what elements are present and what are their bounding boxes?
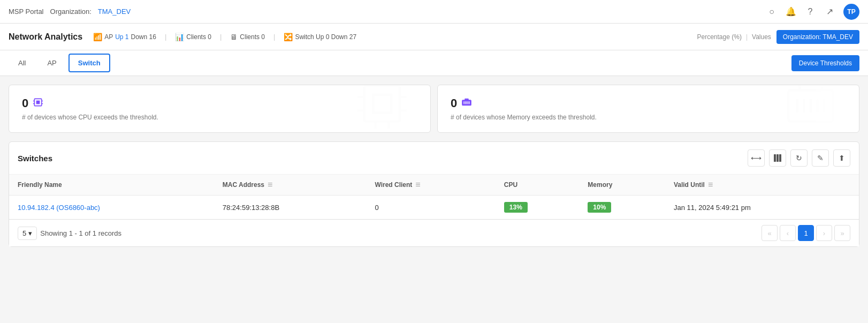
- svg-rect-11: [36, 100, 40, 104]
- values-label[interactable]: Values: [752, 33, 771, 41]
- svg-rect-22: [800, 85, 822, 91]
- data-table: Friendly Name MAC Address ≡ Wired Client…: [9, 175, 859, 219]
- tab-all[interactable]: All: [9, 54, 35, 72]
- memory-label: # of devices whose Memory exceeds the th…: [451, 114, 846, 121]
- portal-label: MSP Portal: [9, 7, 44, 16]
- friendly-name-link[interactable]: 10.94.182.4 (OS6860-abc): [18, 204, 100, 212]
- memory-stat-card: 0 # of devices whose Memory exceeds the …: [437, 85, 859, 133]
- switches-table-section: Switches ⟷ ↻ ✎ ⬆: [9, 141, 859, 247]
- cpu-stat-card: 0 # of devices whose CPU exceeds the thr…: [9, 85, 431, 133]
- prev-page-button[interactable]: ‹: [780, 225, 796, 241]
- mac-col-menu[interactable]: ≡: [268, 180, 272, 190]
- org-prefix: Organization:: [50, 7, 92, 16]
- sep3: |: [273, 33, 275, 41]
- cell-wired-client: 0: [366, 196, 495, 220]
- pagination-bar: 5 ▾ Showing 1 - 1 of 1 records « ‹ 1 › »: [9, 219, 859, 246]
- switch-icon: 🔀: [284, 33, 293, 41]
- ap-down: Down 16: [131, 33, 156, 41]
- svg-rect-29: [465, 99, 469, 100]
- ap-label: AP: [104, 33, 113, 41]
- col-wired-client: Wired Client ≡: [366, 175, 495, 196]
- svg-rect-30: [774, 154, 776, 162]
- records-info: Showing 1 - 1 of 1 records: [40, 229, 121, 237]
- table-title: Switches: [18, 154, 52, 163]
- page-title: Network Analytics: [9, 32, 82, 42]
- table-header-row: Friendly Name MAC Address ≡ Wired Client…: [9, 175, 859, 196]
- cpu-icon: [33, 97, 43, 110]
- tabs-bar: All AP Switch Device Thresholds: [0, 50, 868, 76]
- last-page-button[interactable]: »: [834, 225, 850, 241]
- col-valid-until: Valid Until ≡: [665, 175, 859, 196]
- clients-label-2: Clients 0: [240, 33, 265, 41]
- stats-cards: 0 # of devices whose CPU exceeds the thr…: [9, 85, 859, 133]
- ap-up[interactable]: Up 1: [115, 33, 128, 41]
- cell-friendly-name: 10.94.182.4 (OS6860-abc): [9, 196, 214, 220]
- sep2: |: [220, 33, 222, 41]
- cell-cpu: 13%: [496, 196, 580, 220]
- col-cpu: CPU: [496, 175, 580, 196]
- valid-col-menu[interactable]: ≡: [708, 180, 713, 190]
- clients-label-1: Clients 0: [186, 33, 211, 41]
- top-navigation: MSP Portal Organization: TMA_DEV ○ 🔔 ? ↗…: [0, 0, 868, 24]
- top-nav-left: MSP Portal Organization: TMA_DEV: [9, 7, 131, 16]
- memory-value-row: 0: [451, 96, 846, 110]
- columns-button[interactable]: [769, 149, 786, 167]
- col-memory: Memory: [579, 175, 665, 196]
- top-nav-right: ○ 🔔 ? ↗ TP: [766, 4, 859, 20]
- tab-switch[interactable]: Switch: [68, 54, 110, 72]
- help-icon[interactable]: ?: [805, 6, 816, 17]
- page-size-select: 5 ▾ Showing 1 - 1 of 1 records: [18, 227, 121, 240]
- pagination-controls: « ‹ 1 › »: [762, 225, 850, 241]
- next-page-button[interactable]: ›: [816, 225, 832, 241]
- device-thresholds-button[interactable]: Device Thresholds: [791, 55, 859, 71]
- search-icon[interactable]: ○: [766, 6, 777, 17]
- view-toggle: Percentage (%) | Values: [697, 33, 771, 41]
- org-button[interactable]: Organization: TMA_DEV: [776, 30, 859, 44]
- cpu-count: 0: [22, 96, 28, 110]
- cell-mac-address: 78:24:59:13:28:8B: [214, 196, 367, 220]
- svg-rect-32: [779, 154, 781, 162]
- first-page-button[interactable]: «: [762, 225, 778, 241]
- page-1-button[interactable]: 1: [798, 225, 814, 241]
- sub-header: Network Analytics 📶 AP Up 1 Down 16 | 📊 …: [0, 24, 868, 50]
- sub-header-right: Percentage (%) | Values Organization: TM…: [697, 30, 859, 44]
- edit-button[interactable]: ✎: [812, 149, 829, 167]
- dropdown-chevron: ▾: [28, 229, 32, 237]
- percentage-label[interactable]: Percentage (%): [697, 33, 742, 41]
- table-actions: ⟷ ↻ ✎ ⬆: [748, 149, 850, 167]
- cell-valid-until: Jan 11, 2024 5:49:21 pm: [665, 196, 859, 220]
- memory-badge: 10%: [588, 202, 611, 213]
- bell-icon[interactable]: 🔔: [786, 6, 796, 17]
- ap-stat: 📶 AP Up 1 Down 16: [93, 33, 156, 41]
- table-row: 10.94.182.4 (OS6860-abc) 78:24:59:13:28:…: [9, 196, 859, 220]
- export-button[interactable]: ⬆: [833, 149, 850, 167]
- tab-ap[interactable]: AP: [37, 54, 66, 72]
- memory-count: 0: [451, 96, 457, 110]
- col-friendly-name: Friendly Name: [9, 175, 214, 196]
- main-content: 0 # of devices whose CPU exceeds the thr…: [0, 76, 868, 256]
- switch-up-down: Switch Up 0 Down 27: [295, 33, 356, 41]
- clients-stat-1: 📊 Clients 0: [175, 33, 211, 41]
- clients-stat-2: 🖥 Clients 0: [230, 33, 265, 41]
- tabs-left: All AP Switch: [9, 54, 110, 72]
- top-nav-org-name[interactable]: TMA_DEV: [98, 7, 131, 16]
- expand-columns-button[interactable]: ⟷: [748, 149, 765, 167]
- page-size-dropdown[interactable]: 5 ▾: [18, 227, 37, 240]
- cpu-label: # of devices whose CPU exceeds the thres…: [22, 114, 417, 121]
- sep1: |: [165, 33, 166, 41]
- svg-rect-31: [776, 154, 779, 162]
- col-mac-address: MAC Address ≡: [214, 175, 367, 196]
- page-size-value: 5: [22, 229, 26, 237]
- cpu-badge: 13%: [504, 202, 528, 213]
- wifi-icon: 📶: [93, 33, 102, 41]
- table-header: Switches ⟷ ↻ ✎ ⬆: [9, 142, 859, 175]
- cpu-value-row: 0: [22, 96, 417, 110]
- avatar[interactable]: TP: [843, 4, 859, 20]
- share-icon[interactable]: ↗: [824, 6, 835, 17]
- wired-col-menu[interactable]: ≡: [415, 180, 420, 190]
- view-divider: |: [746, 33, 748, 41]
- refresh-button[interactable]: ↻: [790, 149, 808, 167]
- bar-chart-icon: 📊: [175, 33, 184, 41]
- device-icon: 🖥: [230, 33, 238, 41]
- sub-header-left: Network Analytics 📶 AP Up 1 Down 16 | 📊 …: [9, 32, 356, 42]
